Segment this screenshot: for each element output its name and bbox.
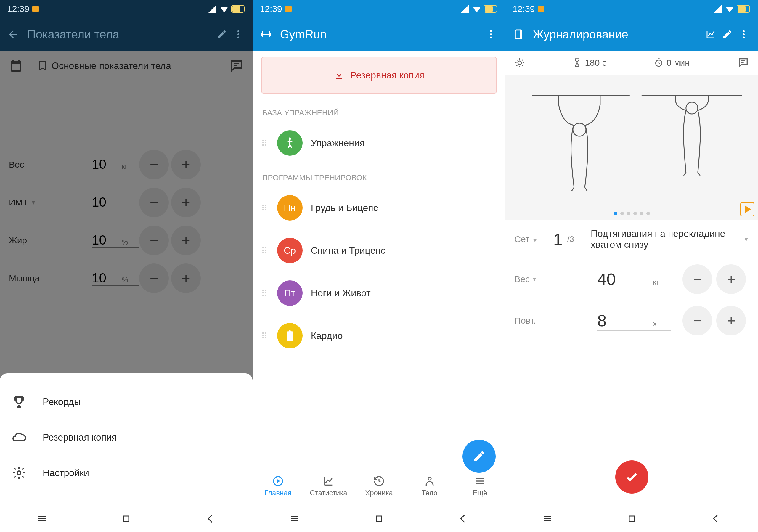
back-button-nav[interactable] <box>708 511 724 527</box>
drag-handle-icon[interactable] <box>261 139 270 148</box>
battery-icon <box>231 5 246 13</box>
battery-icon <box>737 5 751 13</box>
chart-icon <box>323 475 334 487</box>
svg-point-31 <box>573 123 586 136</box>
home-button[interactable] <box>624 511 640 527</box>
comment-icon[interactable] <box>737 57 749 69</box>
clock: 12:39 <box>7 4 29 14</box>
backup-item[interactable]: Резервная копия <box>0 419 253 455</box>
prog-item-cardio[interactable]: Кардио <box>253 315 505 357</box>
records-item[interactable]: Рекорды <box>0 384 253 419</box>
weight-minus-button[interactable]: − <box>682 264 712 294</box>
exercise-name[interactable]: Подтягивания на перекладине хватом снизу <box>591 228 739 250</box>
body-icon <box>277 130 303 156</box>
app-bar: GymRun <box>253 18 505 51</box>
settings-item[interactable]: Настройки <box>0 455 253 490</box>
more-button[interactable] <box>230 26 247 43</box>
edit-button[interactable] <box>214 26 230 43</box>
wifi-icon <box>472 4 481 14</box>
home-button[interactable] <box>371 511 387 527</box>
nav-chronicle[interactable]: Хроника <box>354 467 404 505</box>
download-icon <box>334 70 344 81</box>
recent-apps-button[interactable] <box>539 511 556 527</box>
svg-point-11 <box>490 30 492 32</box>
battery-icon <box>484 5 498 13</box>
app-indicator-icon <box>538 6 544 12</box>
app-indicator-icon <box>32 6 39 12</box>
svg-rect-35 <box>629 516 635 521</box>
drag-handle-icon[interactable] <box>261 246 270 255</box>
prog-item-wed[interactable]: Ср Спина и Трицепс <box>253 229 505 272</box>
weight-row: Вес▼ 40кг −+ <box>505 258 758 300</box>
back-button-nav[interactable] <box>455 511 471 527</box>
day-badge: Пн <box>277 195 303 220</box>
timer2[interactable]: 0 мин <box>654 58 690 68</box>
svg-rect-1 <box>232 6 240 12</box>
nav-stats[interactable]: Статистика <box>303 467 354 505</box>
svg-point-23 <box>518 61 521 65</box>
menu-icon <box>474 475 486 487</box>
nav-home[interactable]: Главная <box>253 467 303 505</box>
bottom-sheet: Рекорды Резервная копия Настройки <box>0 373 253 505</box>
set-current: 1 <box>553 230 563 249</box>
system-nav <box>0 505 253 532</box>
home-button[interactable] <box>118 511 134 527</box>
svg-point-7 <box>17 471 21 475</box>
reps-input[interactable]: 8 <box>597 311 650 330</box>
svg-rect-19 <box>738 6 746 12</box>
dumbbell-icon[interactable] <box>259 27 273 42</box>
svg-point-12 <box>490 33 492 35</box>
signal-icon <box>713 4 722 14</box>
prog-item-fri[interactable]: Пт Ноги и Живот <box>253 272 505 315</box>
trophy-icon <box>12 395 26 409</box>
more-button[interactable] <box>736 26 752 43</box>
page-dots <box>505 212 758 215</box>
back-button-nav[interactable] <box>202 511 219 527</box>
gear-icon <box>12 466 26 480</box>
status-bar: 12:39 <box>0 0 253 18</box>
brightness-button[interactable] <box>514 57 525 68</box>
set-total: /3 <box>567 234 574 244</box>
history-icon <box>373 475 385 487</box>
reps-plus-button[interactable]: + <box>716 306 746 335</box>
confirm-fab[interactable] <box>615 460 648 493</box>
weight-input[interactable]: 40 <box>597 269 650 289</box>
weight-plus-button[interactable]: + <box>716 264 746 294</box>
nav-body[interactable]: Тело <box>404 467 455 505</box>
set-label[interactable]: Сет ▼ <box>514 234 538 244</box>
status-bar: 12:39 <box>505 0 758 18</box>
section-header-db: БАЗА УПРАЖНЕНИЙ <box>253 99 505 122</box>
chart-button[interactable] <box>702 26 719 43</box>
section-header-prog: ПРОГРАММЫ ТРЕНИРОВОК <box>253 164 505 186</box>
exercise-illustration[interactable] <box>505 75 758 220</box>
bottom-nav: Главная Статистика Хроника Тело Ещё <box>253 467 505 505</box>
play-video-button[interactable] <box>740 202 754 216</box>
play-circle-icon <box>272 475 284 487</box>
more-button[interactable] <box>483 26 499 43</box>
svg-rect-8 <box>123 516 129 521</box>
svg-point-13 <box>490 37 492 39</box>
reps-minus-button[interactable]: − <box>682 306 712 335</box>
exercises-item[interactable]: Упражнения <box>253 122 505 164</box>
drag-handle-icon[interactable] <box>261 331 270 340</box>
prog-item-mon[interactable]: Пн Грудь и Бицепс <box>253 186 505 229</box>
timer1[interactable]: 180 с <box>572 58 606 68</box>
recent-apps-button[interactable] <box>287 511 303 527</box>
backup-card[interactable]: Резервная копия <box>261 57 497 93</box>
status-bar: 12:39 <box>253 0 505 18</box>
clock: 12:39 <box>512 4 535 14</box>
drag-handle-icon[interactable] <box>261 203 270 212</box>
edit-fab[interactable] <box>463 440 496 473</box>
drag-handle-icon[interactable] <box>261 289 270 298</box>
day-badge: Пт <box>277 281 303 306</box>
clipboard-icon[interactable] <box>511 27 526 42</box>
recent-apps-button[interactable] <box>34 511 50 527</box>
app-bar: Журналирование <box>505 18 758 51</box>
svg-point-21 <box>743 33 745 35</box>
page-title: Показатели тела <box>27 28 214 41</box>
edit-button[interactable] <box>719 26 736 43</box>
page-title: Журналирование <box>533 28 702 41</box>
svg-point-14 <box>289 137 291 140</box>
back-button[interactable] <box>6 27 20 42</box>
app-title: GymRun <box>280 28 483 41</box>
